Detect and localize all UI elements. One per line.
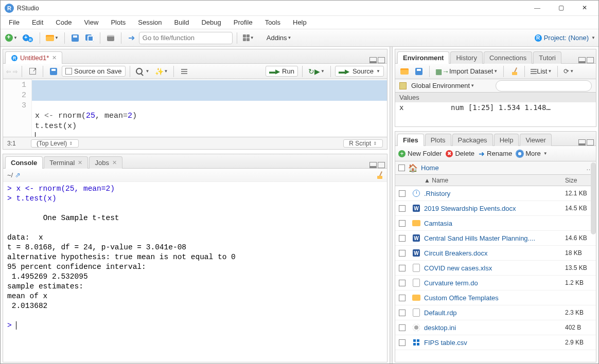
files-tab-help[interactable]: Help [494, 134, 519, 146]
workspace-layout-button[interactable]: ▼ [241, 32, 256, 44]
file-name[interactable]: Camtasia [424, 220, 565, 227]
addins-button[interactable]: Addins ▼ [265, 32, 293, 44]
window-close-button[interactable]: ✕ [573, 1, 596, 16]
close-icon[interactable]: ✕ [112, 159, 117, 166]
file-checkbox[interactable] [399, 235, 406, 242]
file-name[interactable]: Circuit Breakers.docx [424, 249, 565, 257]
load-workspace-button[interactable] [398, 65, 411, 78]
file-row[interactable]: Custom Office Templates [395, 290, 596, 305]
file-checkbox[interactable] [399, 190, 406, 197]
close-icon[interactable]: ✕ [52, 54, 57, 61]
save-button[interactable] [69, 32, 81, 44]
console-tab[interactable]: Console [5, 156, 43, 169]
env-tab-history[interactable]: History [450, 51, 482, 64]
jobs-tab[interactable]: Jobs ✕ [89, 156, 122, 169]
file-row[interactable]: .Rhistory12.1 KB [395, 186, 596, 201]
find-button[interactable]: ▼ [134, 65, 151, 78]
file-row[interactable]: FIPS table.csv2.9 KB [395, 335, 596, 350]
pane-minimize-button[interactable] [369, 57, 377, 63]
files-tab-plots[interactable]: Plots [425, 134, 451, 146]
terminal-tab[interactable]: Terminal ✕ [44, 156, 88, 169]
menu-help[interactable]: Help [287, 17, 313, 27]
save-workspace-button[interactable] [413, 65, 425, 78]
file-name[interactable]: desktop.ini [424, 324, 565, 332]
source-script-button[interactable]: ▬▶Source ▼ [335, 66, 384, 77]
file-row[interactable]: COVID new cases.xlsx13.5 KB [395, 261, 596, 276]
menu-edit[interactable]: Edit [26, 17, 49, 27]
print-button[interactable] [104, 32, 117, 44]
file-row[interactable]: WCentral Sand Hills Master Planning....1… [395, 231, 596, 246]
goto-file-function-input[interactable] [143, 34, 229, 42]
file-name[interactable]: .Rhistory [424, 190, 565, 197]
project-selector[interactable]: R Project: (None) ▼ [535, 34, 595, 42]
language-selector[interactable]: R Script ⇕ [343, 139, 383, 148]
menu-tools[interactable]: Tools [259, 17, 287, 27]
rerun-button[interactable]: ↻▶▼ [307, 65, 326, 78]
file-checkbox[interactable] [399, 250, 406, 257]
home-icon[interactable]: 🏠 [408, 163, 418, 173]
scrollbar[interactable] [591, 162, 596, 234]
source-tab[interactable]: R Untitled1* ✕ [5, 51, 62, 64]
files-tab-packages[interactable]: Packages [452, 134, 493, 146]
code-line[interactable]: t.test(x) [35, 121, 384, 132]
menu-view[interactable]: View [78, 17, 104, 27]
clear-console-button[interactable] [376, 172, 383, 179]
show-in-new-window-button[interactable] [26, 65, 39, 78]
env-tab-tutori[interactable]: Tutori [533, 51, 561, 64]
menu-file[interactable]: File [3, 17, 26, 27]
compile-report-button[interactable] [178, 65, 190, 78]
file-row[interactable]: Default.rdp2.3 KB [395, 305, 596, 320]
file-checkbox[interactable] [399, 265, 406, 271]
file-checkbox[interactable] [399, 280, 406, 286]
file-name[interactable]: COVID new cases.xlsx [424, 264, 565, 272]
clear-workspace-button[interactable] [508, 65, 520, 78]
menu-session[interactable]: Session [132, 17, 168, 27]
file-name[interactable]: FIPS table.csv [424, 339, 565, 347]
nav-back-button[interactable]: ⇦ [6, 67, 11, 76]
file-checkbox[interactable] [399, 324, 406, 331]
save-all-button[interactable] [83, 32, 96, 44]
console-wd-arrow-icon[interactable]: ⇗ [15, 171, 21, 179]
pane-minimize-button[interactable] [369, 162, 377, 168]
home-link[interactable]: Home [421, 164, 439, 172]
file-name[interactable]: Default.rdp [424, 309, 565, 317]
import-dataset-button[interactable]: ▦→ Import Dataset ▼ [434, 65, 499, 78]
rename-button[interactable]: ➜Rename [479, 150, 512, 158]
env-search-input[interactable] [496, 80, 592, 92]
goto-file-function-box[interactable] [139, 32, 233, 44]
close-icon[interactable]: ✕ [78, 159, 82, 166]
files-tab-viewer[interactable]: Viewer [520, 134, 552, 146]
menu-build[interactable]: Build [168, 17, 196, 27]
source-editor[interactable]: 123 x <- rnorm(25, mean=2)t.test(x) [3, 79, 387, 137]
file-row[interactable]: desktop.ini402 B [395, 320, 596, 335]
file-checkbox[interactable] [399, 339, 406, 346]
files-tab-files[interactable]: Files [397, 134, 424, 146]
window-maximize-button[interactable]: ▢ [549, 1, 573, 16]
new-project-button[interactable]: R [21, 32, 36, 44]
open-file-button[interactable]: ▼ [44, 32, 60, 44]
code-line[interactable]: x <- rnorm(25, mean=2) [35, 111, 384, 121]
env-tab-environment[interactable]: Environment [397, 51, 449, 64]
select-all-checkbox[interactable] [398, 165, 405, 171]
file-row[interactable]: WCircuit Breakers.docx18 KB [395, 246, 596, 261]
scope-selector[interactable]: (Top Level) ⇕ [31, 139, 79, 148]
delete-button[interactable]: ✖ Delete [446, 150, 474, 157]
file-row[interactable]: W2019 Stewardship Events.docx14.5 KB [395, 201, 596, 216]
menu-debug[interactable]: Debug [195, 17, 227, 27]
name-column-header[interactable]: ▲ Name [424, 177, 565, 184]
view-mode-button[interactable]: List ▼ [529, 65, 553, 78]
env-scope-selector[interactable]: Global Environment ▼ [410, 80, 476, 92]
file-name[interactable]: Central Sand Hills Master Planning.... [424, 234, 565, 242]
source-on-save-toggle[interactable]: Source on Save [62, 66, 126, 77]
save-file-button[interactable] [47, 65, 60, 78]
pane-maximize-button[interactable] [587, 57, 594, 63]
code-line[interactable] [35, 132, 384, 137]
pane-minimize-button[interactable] [578, 57, 586, 63]
code-tools-button[interactable]: ✨▼ [153, 65, 170, 78]
file-row[interactable]: Camtasia [395, 216, 596, 231]
file-checkbox[interactable] [399, 295, 406, 301]
pane-maximize-button[interactable] [378, 162, 385, 168]
file-checkbox[interactable] [399, 310, 406, 316]
menu-code[interactable]: Code [49, 17, 78, 27]
run-button[interactable]: ▬▶ Run [266, 66, 298, 77]
